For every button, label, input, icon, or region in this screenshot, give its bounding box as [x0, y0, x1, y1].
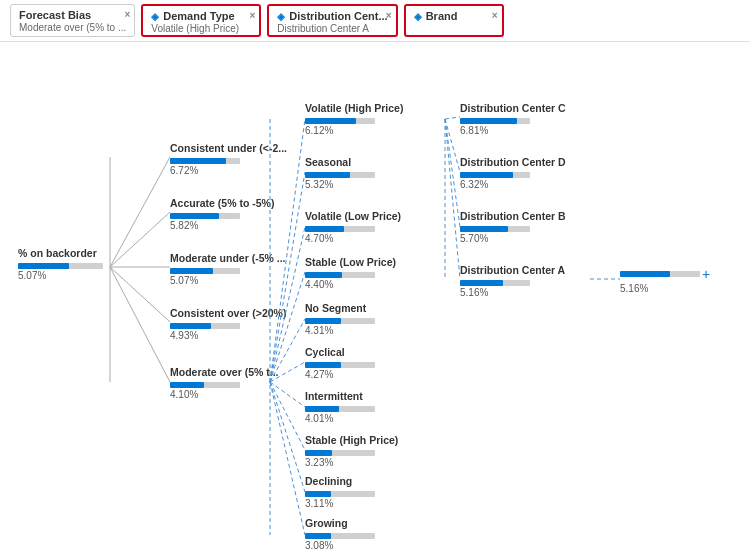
l2-label-8: Declining	[305, 475, 375, 489]
l2-value-5: 4.27%	[305, 369, 375, 380]
svg-line-19	[445, 119, 460, 227]
root-node: % on backorder 5.07%	[18, 247, 103, 281]
filter-tabs: Forecast Bias × Moderate over (5% to ...…	[0, 0, 750, 42]
l2-label-7: Stable (High Price)	[305, 434, 398, 448]
svg-line-0	[110, 157, 170, 267]
root-bar-fill	[18, 263, 69, 269]
l2-node-7: Stable (High Price) 3.23%	[305, 434, 398, 468]
l1-value-1: 5.82%	[170, 220, 274, 231]
l1-node-4: Moderate over (5% t... 4.10%	[170, 366, 279, 400]
l2-label-4: No Segment	[305, 302, 375, 316]
filter-tab-forecast-bias[interactable]: Forecast Bias × Moderate over (5% to ...	[10, 4, 135, 37]
root-bar-bg	[18, 263, 103, 269]
filter-tab-demand-type[interactable]: ◈ Demand Type × Volatile (High Price)	[141, 4, 261, 37]
filter-tab-brand[interactable]: ◈ Brand ×	[404, 4, 504, 37]
l2-value-8: 3.11%	[305, 498, 375, 509]
l3-label-1: Distribution Center D	[460, 156, 566, 170]
l2-label-1: Seasonal	[305, 156, 375, 170]
l1-value-3: 4.93%	[170, 330, 286, 341]
l2-label-2: Volatile (Low Price)	[305, 210, 401, 224]
l3-node-1: Distribution Center D 6.32%	[460, 156, 566, 190]
l3-node-2: Distribution Center B 5.70%	[460, 210, 566, 244]
l2-value-1: 5.32%	[305, 179, 375, 190]
l1-label-2: Moderate under (-5% ...	[170, 252, 286, 266]
svg-line-8	[270, 227, 305, 382]
l2-node-1: Seasonal 5.32%	[305, 156, 375, 190]
l4-value: 5.16%	[620, 283, 710, 294]
l3-value-2: 5.70%	[460, 233, 566, 244]
l3-value-3: 5.16%	[460, 287, 565, 298]
l2-value-3: 4.40%	[305, 279, 396, 290]
root-node-bar	[18, 263, 103, 269]
l2-label-5: Cyclical	[305, 346, 375, 360]
l3-label-3: Distribution Center A	[460, 264, 565, 278]
l2-value-0: 6.12%	[305, 125, 403, 136]
distribution-center-close[interactable]: ×	[386, 10, 392, 21]
l2-node-6: Intermittent 4.01%	[305, 390, 375, 424]
l2-label-6: Intermittent	[305, 390, 375, 404]
l1-node-3: Consistent over (>20%) 4.93%	[170, 307, 286, 341]
distribution-center-value: Distribution Center A	[277, 23, 387, 34]
svg-line-15	[270, 382, 305, 535]
l1-node-0: Consistent under (<-2... 6.72%	[170, 142, 287, 176]
brand-label: Brand	[426, 10, 458, 22]
svg-line-3	[110, 267, 170, 322]
l3-label-0: Distribution Center C	[460, 102, 566, 116]
l3-label-2: Distribution Center B	[460, 210, 566, 224]
chart-area: % on backorder 5.07% Consistent under (<…	[0, 42, 750, 560]
l1-node-1: Accurate (5% to -5%) 5.82%	[170, 197, 274, 231]
l1-value-2: 5.07%	[170, 275, 286, 286]
expand-icon[interactable]: +	[702, 266, 710, 282]
l1-label-0: Consistent under (<-2...	[170, 142, 287, 156]
distribution-filter-icon: ◈	[277, 11, 285, 22]
root-node-label: % on backorder	[18, 247, 103, 261]
l2-node-8: Declining 3.11%	[305, 475, 375, 509]
l2-node-2: Volatile (Low Price) 4.70%	[305, 210, 401, 244]
l2-value-9: 3.08%	[305, 540, 375, 551]
svg-line-20	[445, 119, 460, 279]
l1-node-2: Moderate under (-5% ... 5.07%	[170, 252, 286, 286]
root-node-value: 5.07%	[18, 270, 103, 281]
svg-line-4	[110, 267, 170, 382]
l2-value-2: 4.70%	[305, 233, 401, 244]
l4-node: + 5.16%	[620, 264, 710, 294]
l3-node-0: Distribution Center C 6.81%	[460, 102, 566, 136]
demand-type-label: Demand Type	[163, 10, 234, 22]
l2-label-9: Growing	[305, 517, 375, 531]
l2-node-9: Growing 3.08%	[305, 517, 375, 551]
filter-tab-distribution-center[interactable]: ◈ Distribution Cent... × Distribution Ce…	[267, 4, 397, 37]
l2-node-3: Stable (Low Price) 4.40%	[305, 256, 396, 290]
svg-line-18	[445, 119, 460, 172]
forecast-bias-label: Forecast Bias	[19, 9, 91, 21]
l2-node-5: Cyclical 4.27%	[305, 346, 375, 380]
l1-value-0: 6.72%	[170, 165, 287, 176]
forecast-bias-value: Moderate over (5% to ...	[19, 22, 126, 33]
l1-label-4: Moderate over (5% t...	[170, 366, 279, 380]
l2-node-4: No Segment 4.31%	[305, 302, 375, 336]
main-container: Forecast Bias × Moderate over (5% to ...…	[0, 0, 750, 560]
l3-value-1: 6.32%	[460, 179, 566, 190]
l3-value-0: 6.81%	[460, 125, 566, 136]
demand-type-close[interactable]: ×	[249, 10, 255, 21]
distribution-center-label: Distribution Cent...	[289, 10, 387, 22]
l2-node-0: Volatile (High Price) 6.12%	[305, 102, 403, 136]
l3-node-3: Distribution Center A 5.16%	[460, 264, 565, 298]
l2-label-0: Volatile (High Price)	[305, 102, 403, 116]
l2-value-7: 3.23%	[305, 457, 398, 468]
demand-type-value: Volatile (High Price)	[151, 23, 251, 34]
l1-label-1: Accurate (5% to -5%)	[170, 197, 274, 211]
brand-filter-icon: ◈	[414, 11, 422, 22]
l2-label-3: Stable (Low Price)	[305, 256, 396, 270]
demand-type-filter-icon: ◈	[151, 11, 159, 22]
brand-close[interactable]: ×	[492, 10, 498, 21]
l1-label-3: Consistent over (>20%)	[170, 307, 286, 321]
l2-value-6: 4.01%	[305, 413, 375, 424]
l2-value-4: 4.31%	[305, 325, 375, 336]
svg-line-17	[445, 117, 460, 119]
forecast-bias-close[interactable]: ×	[124, 9, 130, 20]
svg-line-1	[110, 212, 170, 267]
l1-value-4: 4.10%	[170, 389, 279, 400]
